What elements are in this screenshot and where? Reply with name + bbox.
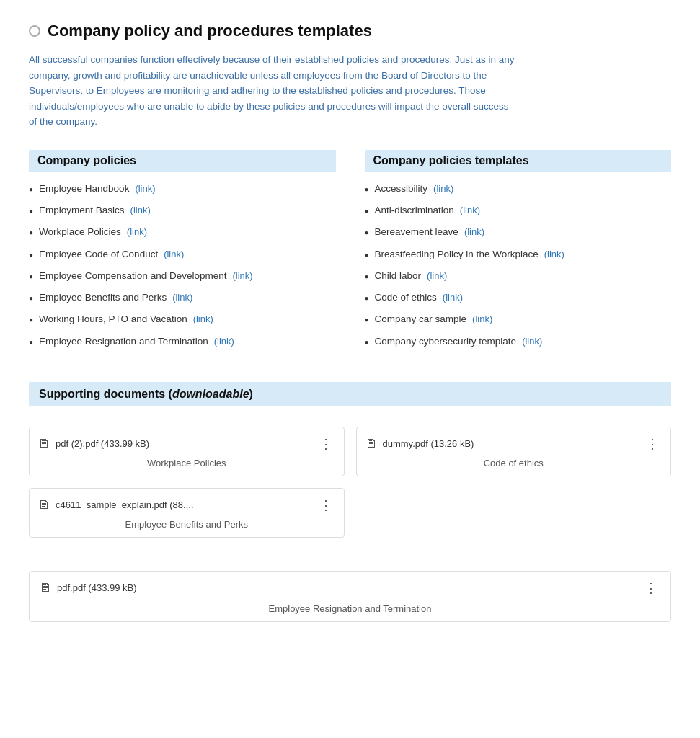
- list-item: Child labor (link): [365, 269, 672, 283]
- doc-card-row: 🖹 pdf (2).pdf (433.99 kB) ⋮: [38, 435, 335, 453]
- item-text: Employee Benefits and Perks: [39, 290, 167, 305]
- list-item: Code of ethics (link): [365, 290, 672, 305]
- item-text: Accessibility: [375, 182, 428, 196]
- doc-file-icon: 🖹: [38, 437, 50, 450]
- supporting-docs-section: Supporting documents (downloadable) 🖹 pd…: [29, 382, 671, 622]
- item-link[interactable]: (link): [127, 225, 147, 239]
- doc-card-left: 🖹 c4611_sample_explain.pdf (88....: [38, 499, 194, 512]
- page-header: Company policy and procedures templates: [29, 22, 671, 40]
- supporting-docs-header-prefix: Supporting documents (: [39, 388, 172, 400]
- list-item: Employment Basics (link): [29, 203, 336, 218]
- item-text: Working Hours, PTO and Vacation: [39, 312, 187, 326]
- list-item: Workplace Policies (link): [29, 225, 336, 239]
- company-policies-templates-list: Accessibility (link) Anti-discrimination…: [365, 182, 672, 349]
- doc-filename: dummy.pdf (13.26 kB): [383, 438, 474, 449]
- item-text: Employee Resignation and Termination: [39, 334, 208, 349]
- doc-card-left: 🖹 dummy.pdf (13.26 kB): [365, 437, 474, 450]
- list-item: Bereavement leave (link): [365, 225, 672, 239]
- item-text: Code of ethics: [375, 290, 437, 305]
- doc-filename: c4611_sample_explain.pdf (88....: [56, 499, 194, 510]
- item-link[interactable]: (link): [135, 182, 155, 196]
- item-link[interactable]: (link): [214, 334, 234, 349]
- supporting-docs-header-suffix: ): [249, 388, 253, 400]
- item-link[interactable]: (link): [544, 247, 564, 262]
- list-item: Accessibility (link): [365, 182, 672, 196]
- item-text: Company car sample: [375, 312, 467, 326]
- doc-menu-icon[interactable]: ⋮: [642, 579, 660, 597]
- list-item: Employee Handbook (link): [29, 182, 336, 196]
- doc-file-icon: 🖹: [38, 499, 50, 512]
- item-text: Workplace Policies: [39, 225, 121, 239]
- page-description: All successful companies function effect…: [29, 52, 519, 130]
- doc-menu-icon[interactable]: ⋮: [316, 435, 335, 453]
- doc-card-employee-resignation: 🖹 pdf.pdf (433.99 kB) ⋮ Employee Resigna…: [29, 571, 671, 622]
- doc-card-employee-benefits: 🖹 c4611_sample_explain.pdf (88.... ⋮ Emp…: [29, 488, 345, 538]
- item-link[interactable]: (link): [472, 312, 492, 326]
- item-link[interactable]: (link): [443, 290, 463, 305]
- doc-filename: pdf.pdf (433.99 kB): [57, 582, 137, 593]
- item-text: Breastfeeding Policy in the Workplace: [375, 247, 539, 262]
- list-item: Company car sample (link): [365, 312, 672, 326]
- item-link[interactable]: (link): [172, 290, 192, 305]
- empty-grid-cell: [356, 488, 672, 549]
- item-link[interactable]: (link): [522, 334, 542, 349]
- page-title: Company policy and procedures templates: [48, 22, 372, 40]
- company-policies-templates-column: Company policies templates Accessibility…: [365, 150, 672, 356]
- doc-card-row: 🖹 pdf.pdf (433.99 kB) ⋮: [40, 579, 660, 597]
- doc-card-left: 🖹 pdf.pdf (433.99 kB): [40, 582, 137, 595]
- list-item: Anti-discrimination (link): [365, 203, 672, 218]
- company-policies-templates-header: Company policies templates: [365, 150, 672, 172]
- item-text: Company cybersecurity template: [375, 334, 517, 349]
- doc-card-row: 🖹 c4611_sample_explain.pdf (88.... ⋮: [38, 496, 335, 515]
- item-link[interactable]: (link): [164, 247, 184, 262]
- doc-label: Employee Resignation and Termination: [40, 603, 660, 614]
- item-link[interactable]: (link): [232, 269, 252, 283]
- doc-file-icon: 🖹: [40, 582, 51, 595]
- list-item: Company cybersecurity template (link): [365, 334, 672, 349]
- supporting-docs-header-em: downloadable: [172, 388, 249, 400]
- list-item: Employee Compensation and Development (l…: [29, 269, 336, 283]
- doc-label: Code of ethics: [365, 458, 663, 468]
- list-item: Employee Code of Conduct (link): [29, 247, 336, 262]
- doc-menu-icon[interactable]: ⋮: [316, 496, 335, 515]
- item-text: Bereavement leave: [375, 225, 458, 239]
- doc-card-workplace-policies: 🖹 pdf (2).pdf (433.99 kB) ⋮ Workplace Po…: [29, 427, 345, 476]
- list-item: Employee Resignation and Termination (li…: [29, 334, 336, 349]
- columns-wrapper: Company policies Employee Handbook (link…: [29, 150, 671, 356]
- item-link[interactable]: (link): [193, 312, 213, 326]
- item-link[interactable]: (link): [460, 203, 480, 218]
- docs-half-grid: 🖹 c4611_sample_explain.pdf (88.... ⋮ Emp…: [29, 488, 671, 549]
- company-policies-column: Company policies Employee Handbook (link…: [29, 150, 336, 356]
- list-item: Breastfeeding Policy in the Workplace (l…: [365, 247, 672, 262]
- item-link[interactable]: (link): [464, 225, 484, 239]
- item-text: Employee Handbook: [39, 182, 129, 196]
- docs-grid: 🖹 pdf (2).pdf (433.99 kB) ⋮ Workplace Po…: [29, 427, 671, 476]
- item-text: Employment Basics: [39, 203, 125, 218]
- doc-menu-icon[interactable]: ⋮: [643, 435, 662, 453]
- doc-label: Employee Benefits and Perks: [38, 519, 335, 530]
- header-circle-icon: [29, 25, 40, 37]
- item-text: Employee Code of Conduct: [39, 247, 158, 262]
- supporting-docs-header: Supporting documents (downloadable): [29, 382, 671, 406]
- item-link[interactable]: (link): [433, 182, 453, 196]
- doc-label: Workplace Policies: [38, 458, 335, 468]
- doc-card-row: 🖹 dummy.pdf (13.26 kB) ⋮: [365, 435, 663, 453]
- item-text: Employee Compensation and Development: [39, 269, 226, 283]
- list-item: Working Hours, PTO and Vacation (link): [29, 312, 336, 326]
- item-text: Anti-discrimination: [375, 203, 454, 218]
- company-policies-header: Company policies: [29, 150, 336, 172]
- doc-file-icon: 🖹: [365, 437, 377, 450]
- item-link[interactable]: (link): [130, 203, 151, 218]
- company-policies-list: Employee Handbook (link) Employment Basi…: [29, 182, 336, 349]
- item-link[interactable]: (link): [427, 269, 447, 283]
- doc-card-left: 🖹 pdf (2).pdf (433.99 kB): [38, 437, 149, 450]
- list-item: Employee Benefits and Perks (link): [29, 290, 336, 305]
- doc-card-code-of-ethics: 🖹 dummy.pdf (13.26 kB) ⋮ Code of ethics: [356, 427, 672, 476]
- item-text: Child labor: [375, 269, 422, 283]
- doc-filename: pdf (2).pdf (433.99 kB): [56, 438, 149, 449]
